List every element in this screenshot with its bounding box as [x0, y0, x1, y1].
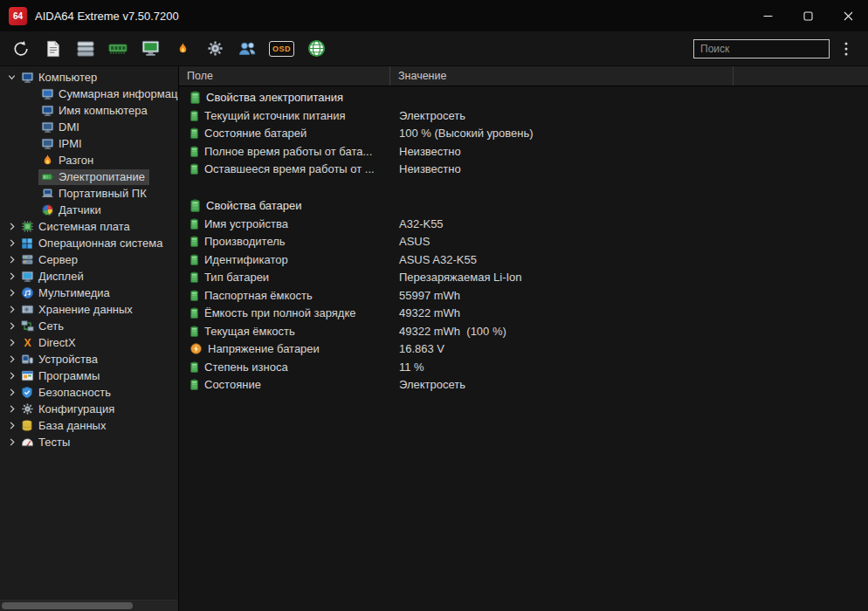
settings-button[interactable] [204, 38, 225, 59]
sidebar-item-directx[interactable]: XDirectX [0, 334, 178, 351]
chevron-right-icon[interactable] [4, 220, 18, 234]
chevron-right-icon[interactable] [4, 237, 18, 251]
table-row[interactable]: Напряжение батареи16.863 V [179, 340, 868, 359]
minimize-button[interactable] [747, 0, 788, 31]
toolbar-buttons: OSD [10, 38, 327, 59]
field-label: Состояние батарей [204, 127, 307, 140]
chevron-right-icon[interactable] [4, 419, 18, 433]
sidebar-item-dmi[interactable]: DMI [0, 119, 178, 135]
refresh-button[interactable] [10, 38, 31, 59]
chevron-right-icon[interactable] [4, 253, 18, 267]
table-row[interactable]: Оставшееся время работы от ...Неизвестно [179, 161, 868, 179]
table-row[interactable]: СостояниеЭлектросеть [179, 376, 868, 395]
table-row[interactable]: Текущая ёмкость49322 mWh (100 %) [179, 322, 868, 340]
field-value: 100 % (Высокий уровень) [390, 127, 534, 140]
sidebar-horizontal-scrollbar[interactable] [0, 600, 178, 611]
sidebar-item-label: Устройства [38, 353, 98, 367]
kebab-menu-icon[interactable] [840, 41, 852, 57]
field-value: A32-K55 [390, 217, 444, 230]
section-spacer [179, 178, 868, 196]
field-value: 55997 mWh [390, 289, 460, 302]
table-row[interactable]: Текущий источник питанияЭлектросеть [179, 106, 868, 125]
sidebar-item-config[interactable]: Конфигурация [0, 401, 178, 417]
field-label: Идентификатор [204, 253, 288, 266]
toolbar-right [693, 39, 852, 58]
field-label: Производитель [204, 235, 286, 248]
field-value: 49322 mWh (100 %) [390, 325, 506, 338]
column-header-value[interactable]: Значение [390, 66, 734, 86]
summary-button[interactable] [75, 38, 96, 59]
section-header-row[interactable]: Свойства батареи [179, 196, 868, 215]
chevron-right-icon[interactable] [4, 319, 18, 333]
osd-button[interactable]: OSD [269, 41, 294, 57]
sidebar-item-benchmark[interactable]: Тесты [0, 434, 178, 450]
sidebar-item-computer-name[interactable]: Имя компьютера [0, 102, 178, 119]
chevron-right-icon[interactable] [4, 270, 18, 284]
sidebar-item-multimedia[interactable]: Мультимедиа [0, 285, 178, 301]
chevron-down-icon[interactable] [4, 71, 18, 85]
benchmark-icon [20, 436, 34, 450]
report-button[interactable] [43, 38, 64, 59]
sidebar-item-storage[interactable]: Хранение данных [0, 301, 178, 318]
sidebar-item-devices[interactable]: Устройства [0, 351, 178, 367]
toolbar: OSD [0, 31, 868, 66]
scrollbar-thumb[interactable] [2, 602, 133, 609]
sidebar-item-server[interactable]: Сервер [0, 251, 178, 268]
field-value: Неизвестно [390, 145, 461, 158]
chevron-right-icon[interactable] [4, 353, 18, 367]
network-icon [20, 319, 34, 333]
sidebar-item-label: Суммарная информация [59, 87, 179, 101]
sidebar-item-network[interactable]: Сеть [0, 318, 178, 334]
table-row[interactable]: ПроизводительASUS [179, 233, 868, 251]
video-button[interactable] [140, 38, 161, 59]
section-header-row[interactable]: Свойства электропитания [179, 88, 868, 106]
overclock-button[interactable] [172, 38, 193, 59]
battery-icon [190, 236, 198, 247]
sidebar-item-programs[interactable]: Программы [0, 367, 178, 384]
directx-icon: X [20, 336, 34, 350]
sidebar-item-ipmi[interactable]: IPMI [0, 135, 178, 152]
column-header-field[interactable]: Поле [179, 66, 390, 86]
sidebar-item-motherboard[interactable]: Системная плата [0, 218, 178, 235]
chevron-right-icon[interactable] [4, 369, 18, 383]
users-button[interactable] [237, 38, 258, 59]
security-icon [20, 386, 34, 400]
table-row[interactable]: Имя устройстваA32-K55 [179, 215, 868, 233]
field-value: 11 % [390, 360, 424, 374]
chevron-right-icon[interactable] [4, 436, 18, 450]
memory-button[interactable] [107, 38, 128, 59]
sidebar-item-security[interactable]: Безопасность [0, 384, 178, 401]
chevron-right-icon[interactable] [4, 402, 18, 416]
window-title: AIDA64 Extreme v7.50.7200 [35, 10, 747, 23]
search-input[interactable] [693, 39, 830, 58]
sidebar-item-database[interactable]: База данных [0, 417, 178, 434]
chevron-right-icon[interactable] [4, 386, 18, 400]
field-value: 49322 mWh [390, 306, 460, 319]
table-row[interactable]: ИдентификаторASUS A32-K55 [179, 251, 868, 269]
table-row[interactable]: Состояние батарей100 % (Высокий уровень) [179, 125, 868, 143]
sidebar-item-power[interactable]: Электропитание [0, 168, 178, 185]
computer-icon [20, 71, 34, 85]
sidebar-item-summary-page[interactable]: Суммарная информация [0, 86, 178, 102]
sidebar-item-overclock[interactable]: Разгон [0, 152, 178, 168]
battery-icon [190, 218, 198, 230]
motherboard-icon [20, 220, 34, 234]
table-row[interactable]: Ёмкость при полной зарядке49322 mWh [179, 305, 868, 323]
chevron-right-icon[interactable] [4, 336, 18, 350]
web-button[interactable] [306, 38, 327, 59]
laptop-icon [40, 187, 54, 201]
chevron-right-icon[interactable] [4, 303, 18, 317]
sidebar-item-computer[interactable]: Компьютер [0, 69, 178, 86]
sidebar-item-os[interactable]: Операционная система [0, 235, 178, 251]
devices-icon [20, 353, 34, 367]
close-button[interactable] [828, 0, 868, 31]
table-row[interactable]: Тип батареиПерезаряжаемая Li-Ion [179, 269, 868, 287]
table-row[interactable]: Степень износа11 % [179, 358, 868, 376]
table-row[interactable]: Полное время работы от бата...Неизвестно [179, 142, 868, 161]
chevron-right-icon[interactable] [4, 286, 18, 300]
sidebar-item-display[interactable]: Дисплей [0, 268, 178, 285]
sidebar-item-laptop[interactable]: Портативный ПК [0, 185, 178, 202]
maximize-button[interactable] [788, 0, 828, 31]
table-row[interactable]: Паспортная ёмкость55997 mWh [179, 286, 868, 305]
sidebar-item-sensors[interactable]: Датчики [0, 202, 178, 218]
